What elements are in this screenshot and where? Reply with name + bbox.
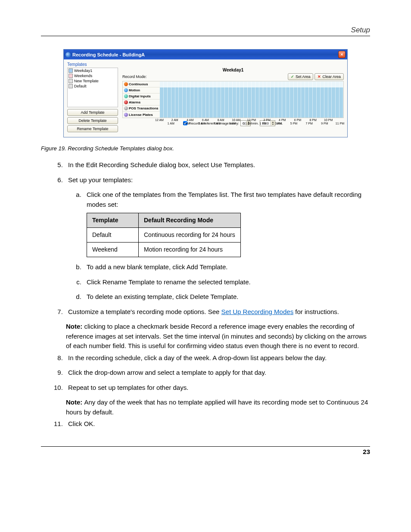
- cells[interactable]: [160, 87, 343, 93]
- recording-modes-link[interactable]: Set Up Recording Modes: [221, 308, 294, 315]
- template-item[interactable]: Default: [68, 84, 118, 89]
- page-number: 23: [363, 448, 370, 455]
- step-5: In the Edit Recording Schedule dialog bo…: [65, 160, 370, 170]
- mode-row-pos[interactable]: POS Transactions: [123, 106, 343, 112]
- mode-row-license[interactable]: License Plates: [123, 112, 343, 118]
- page-footer: 23: [41, 446, 370, 455]
- mode-row-motion[interactable]: Motion: [123, 87, 343, 93]
- add-template-button[interactable]: Add Template: [67, 109, 118, 116]
- step-6c: Click Rename Template to rename the sele…: [83, 277, 370, 287]
- step-6a: Click one of the templates from the Temp…: [83, 190, 370, 257]
- template-item[interactable]: Weekday1: [68, 68, 118, 73]
- cells[interactable]: [160, 100, 343, 106]
- step-9: Click the drop-down arrow and select a t…: [65, 368, 370, 378]
- step-6b: To add a new blank template, click Add T…: [83, 262, 370, 272]
- groupbox-label: Templates: [67, 62, 344, 67]
- window-title: Recording Schedule - BuildingA: [72, 52, 145, 57]
- mode-grid[interactable]: Continuous Motion Digital Inputs Al: [122, 81, 344, 118]
- swatch-icon: [68, 79, 73, 83]
- cells[interactable]: [160, 81, 343, 87]
- close-icon[interactable]: ×: [338, 51, 346, 58]
- x-icon: ✕: [318, 75, 321, 79]
- step-7: Customize a template's recording mode op…: [65, 307, 370, 317]
- swatch-icon: [68, 74, 73, 78]
- mode-row-alarms[interactable]: Alarms: [123, 100, 343, 106]
- th-template: Template: [87, 213, 139, 228]
- motion-icon: [124, 88, 128, 92]
- note-2: Note: Any day of the week that has no te…: [66, 398, 370, 417]
- template-list[interactable]: Weekday1 Weekends New Template Default: [67, 68, 118, 107]
- alarms-icon: [124, 100, 128, 104]
- set-area-button[interactable]: ✓Set Area: [288, 73, 314, 80]
- step-8: In the recording schedule, click a day o…: [65, 353, 370, 363]
- mode-row-digital[interactable]: Digital Inputs: [123, 93, 343, 100]
- table-row: Default Continuous recording for 24 hour…: [87, 228, 241, 243]
- record-mode-label: Record Mode:: [122, 75, 147, 79]
- digital-inputs-icon: [124, 94, 128, 98]
- th-mode: Default Recording Mode: [139, 213, 241, 228]
- screenshot-figure: Recording Schedule - BuildingA × Templat…: [63, 49, 348, 137]
- clear-area-button[interactable]: ✕Clear Area: [314, 73, 344, 80]
- chevron-down-icon[interactable]: ▼: [271, 123, 275, 125]
- template-item[interactable]: New Template: [68, 78, 118, 84]
- cells[interactable]: [160, 93, 343, 100]
- cells[interactable]: [160, 112, 343, 118]
- titlebar: Recording Schedule - BuildingA ×: [64, 50, 347, 59]
- step-6d: To delete an existing template, click De…: [83, 292, 370, 302]
- template-name-header: Weekday1: [122, 68, 344, 72]
- note-1: Note: clicking to place a checkmark besi…: [66, 322, 370, 351]
- figure-caption: Figure 19. Recording Schedule Templates …: [41, 145, 370, 152]
- continuous-icon: [124, 82, 128, 86]
- template-item[interactable]: Weekends: [68, 73, 118, 78]
- pos-icon: [124, 106, 128, 110]
- license-plates-icon: [124, 113, 128, 117]
- rename-template-button[interactable]: Rename Template: [67, 125, 118, 132]
- mode-row-continuous[interactable]: Continuous: [123, 81, 343, 87]
- header-title: Setup: [351, 26, 370, 34]
- step-6: Set up your templates: Click one of the …: [65, 175, 370, 302]
- step-10: Repeat to set up templates for other day…: [65, 383, 370, 393]
- check-icon: ✓: [291, 75, 294, 79]
- table-row: Weekend Motion recording for 24 hours: [87, 243, 241, 257]
- template-table: Template Default Recording Mode Default …: [87, 213, 241, 257]
- step-11: Click OK.: [65, 419, 370, 429]
- cells[interactable]: [160, 106, 343, 112]
- page-header: Setup: [41, 26, 370, 36]
- delete-template-button[interactable]: Delete Template: [67, 117, 118, 124]
- swatch-icon: [68, 68, 73, 73]
- swatch-icon: [68, 84, 73, 88]
- app-icon: [65, 52, 71, 57]
